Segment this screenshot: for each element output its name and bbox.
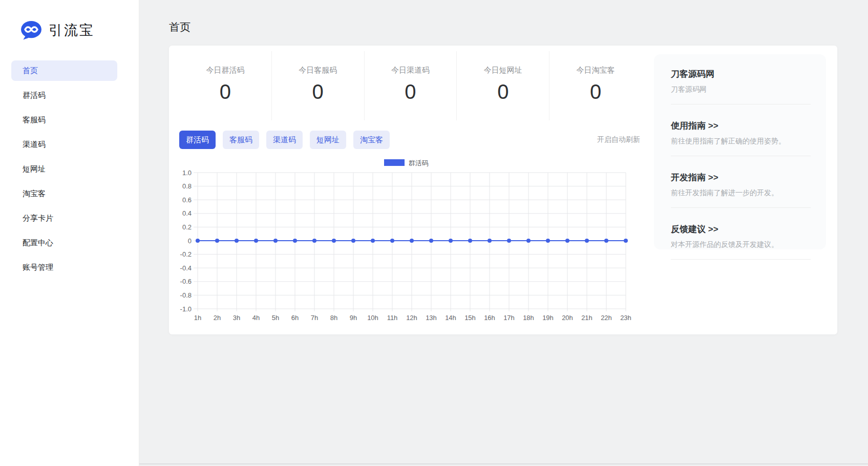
- svg-text:23h: 23h: [620, 314, 631, 322]
- svg-text:0.4: 0.4: [182, 209, 192, 217]
- page-title: 首页: [169, 20, 190, 34]
- tab-label: 淘宝客: [360, 135, 383, 144]
- app-root: 引流宝 首页 群活码 客服码 渠道码 短网址 淘宝客 分享卡片 配置中心 账号管…: [0, 0, 868, 466]
- panel-section-source-site: 刀客源码网 刀客源码网: [654, 69, 826, 104]
- sidebar-item-label: 配置中心: [23, 238, 53, 247]
- sidebar-item-home[interactable]: 首页: [11, 60, 117, 81]
- tab-label: 短网址: [316, 135, 340, 144]
- panel-section-title[interactable]: 反馈建议 >>: [671, 224, 811, 235]
- sidebar-item-group-qr[interactable]: 群活码: [11, 85, 117, 105]
- panel-section-title[interactable]: 刀客源码网: [671, 69, 811, 80]
- svg-text:群活码: 群活码: [409, 159, 429, 167]
- stats-row: 今日群活码 0 今日客服码 0 今日渠道码 0 今日短网址 0 今日淘宝客 0: [179, 51, 642, 120]
- svg-text:-0.6: -0.6: [180, 278, 192, 285]
- sidebar-item-label: 账号管理: [23, 263, 53, 271]
- panel-section-dev-guide: 开发指南 >> 前往开发指南了解进一步的开发。: [654, 172, 826, 208]
- svg-text:5h: 5h: [272, 314, 279, 322]
- tab-service-qr[interactable]: 客服码: [223, 131, 259, 149]
- stat-label: 今日群活码: [179, 66, 271, 75]
- sidebar-item-share-card[interactable]: 分享卡片: [11, 208, 117, 228]
- tab-taobaoke[interactable]: 淘宝客: [353, 131, 390, 149]
- sidebar-item-taobaoke[interactable]: 淘宝客: [11, 183, 117, 204]
- sidebar-item-label: 渠道码: [23, 140, 46, 149]
- stat-value: 0: [457, 80, 549, 103]
- svg-text:11h: 11h: [387, 314, 398, 322]
- svg-text:19h: 19h: [542, 314, 554, 322]
- sidebar-item-short-url[interactable]: 短网址: [11, 159, 117, 179]
- svg-text:9h: 9h: [350, 314, 357, 322]
- panel-section-feedback: 反馈建议 >> 对本开源作品的反馈及开发建议。: [654, 224, 826, 260]
- sidebar-item-label: 首页: [23, 66, 38, 75]
- line-chart: 1.00.80.60.40.20-0.2-0.4-0.6-0.8-1.01h2h…: [169, 153, 655, 330]
- svg-text:3h: 3h: [233, 314, 240, 322]
- stat-today-channel-qr: 今日渠道码 0: [365, 51, 457, 120]
- svg-text:2h: 2h: [214, 314, 221, 322]
- chart-tabs-row: 群活码 客服码 渠道码 短网址 淘宝客 开启自动刷新: [179, 131, 640, 149]
- svg-text:18h: 18h: [523, 314, 534, 322]
- tab-short-url[interactable]: 短网址: [310, 131, 346, 149]
- svg-text:13h: 13h: [426, 314, 437, 322]
- tab-label: 群活码: [186, 135, 209, 144]
- sidebar-menu: 首页 群活码 客服码 渠道码 短网址 淘宝客 分享卡片 配置中心 账号管理: [0, 60, 139, 282]
- divider: [671, 259, 811, 260]
- info-panel: 刀客源码网 刀客源码网 使用指南 >> 前往使用指南了解正确的使用姿势。 开发指…: [654, 54, 826, 249]
- sidebar-item-config-center[interactable]: 配置中心: [11, 232, 117, 253]
- tab-channel-qr[interactable]: 渠道码: [266, 131, 303, 149]
- app-title: 引流宝: [49, 21, 95, 39]
- sidebar-item-service-qr[interactable]: 客服码: [11, 110, 117, 130]
- svg-text:0.2: 0.2: [182, 223, 192, 231]
- sidebar-item-label: 淘宝客: [23, 189, 46, 198]
- tab-label: 客服码: [229, 135, 252, 144]
- stat-label: 今日短网址: [457, 66, 549, 75]
- svg-text:12h: 12h: [406, 314, 417, 322]
- svg-text:22h: 22h: [601, 314, 612, 322]
- panel-section-desc: 前往开发指南了解进一步的开发。: [671, 188, 811, 198]
- sidebar-item-label: 群活码: [23, 91, 46, 99]
- svg-text:-1.0: -1.0: [180, 305, 192, 313]
- svg-text:15h: 15h: [464, 314, 476, 322]
- stat-today-service-qr: 今日客服码 0: [272, 51, 365, 120]
- tab-label: 渠道码: [273, 135, 296, 144]
- panel-section-desc: 前往使用指南了解正确的使用姿势。: [671, 136, 811, 146]
- app-logo-icon: [20, 20, 42, 40]
- svg-text:21h: 21h: [581, 314, 592, 322]
- sidebar-item-label: 分享卡片: [23, 214, 53, 222]
- sidebar-item-label: 短网址: [23, 164, 46, 173]
- sidebar: 引流宝 首页 群活码 客服码 渠道码 短网址 淘宝客 分享卡片 配置中心 账号管…: [0, 0, 139, 466]
- sidebar-item-label: 客服码: [23, 115, 46, 124]
- stat-today-group-qr: 今日群活码 0: [179, 51, 272, 120]
- svg-text:16h: 16h: [484, 314, 495, 322]
- svg-text:8h: 8h: [330, 314, 337, 322]
- panel-section-usage-guide: 使用指南 >> 前往使用指南了解正确的使用姿势。: [654, 120, 826, 156]
- divider: [671, 156, 811, 156]
- stat-value: 0: [549, 80, 642, 103]
- svg-text:0.8: 0.8: [182, 182, 192, 190]
- svg-text:0: 0: [188, 237, 192, 245]
- svg-text:20h: 20h: [562, 314, 573, 322]
- auto-refresh-toggle[interactable]: 开启自动刷新: [597, 135, 640, 144]
- svg-text:7h: 7h: [311, 314, 318, 322]
- panel-section-desc: 对本开源作品的反馈及开发建议。: [671, 240, 811, 249]
- stat-label: 今日淘宝客: [549, 66, 642, 75]
- stat-value: 0: [179, 80, 271, 103]
- stat-value: 0: [272, 80, 364, 103]
- panel-section-title[interactable]: 开发指南 >>: [671, 172, 811, 183]
- line-chart-svg: 1.00.80.60.40.20-0.2-0.4-0.6-0.8-1.01h2h…: [169, 153, 655, 330]
- divider: [671, 207, 811, 208]
- svg-text:-0.4: -0.4: [180, 264, 192, 272]
- svg-text:14h: 14h: [445, 314, 456, 322]
- stat-label: 今日客服码: [272, 66, 364, 75]
- svg-text:0.6: 0.6: [182, 196, 192, 204]
- svg-text:-0.8: -0.8: [180, 291, 192, 299]
- stat-value: 0: [365, 80, 457, 103]
- divider: [671, 104, 811, 104]
- bottom-scroll-track: [139, 463, 868, 464]
- sidebar-item-channel-qr[interactable]: 渠道码: [11, 134, 117, 155]
- tab-group-qr[interactable]: 群活码: [179, 131, 216, 149]
- svg-text:17h: 17h: [503, 314, 515, 322]
- panel-section-title[interactable]: 使用指南 >>: [671, 120, 811, 132]
- svg-text:1h: 1h: [194, 314, 201, 322]
- stat-label: 今日渠道码: [365, 66, 457, 75]
- sidebar-item-account-management[interactable]: 账号管理: [11, 257, 117, 278]
- svg-text:-0.2: -0.2: [180, 250, 192, 258]
